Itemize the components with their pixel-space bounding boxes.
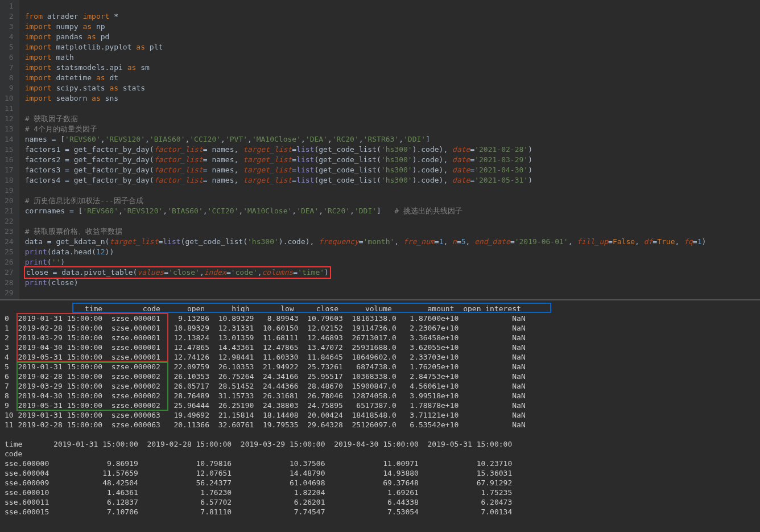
code-editor[interactable]: 123 456 789 101112 131415 161718 192021 … (0, 0, 760, 299)
output-text: time code open high low close volume amo… (5, 304, 755, 517)
code-content[interactable]: from atrader import * import numpy as np… (19, 0, 760, 299)
output-console[interactable]: time code open high low close volume amo… (0, 299, 760, 520)
line-number-gutter: 123 456 789 101112 131415 161718 192021 … (0, 0, 19, 299)
highlight-red-box: close = data.pivot_table(values='close',… (24, 266, 331, 279)
